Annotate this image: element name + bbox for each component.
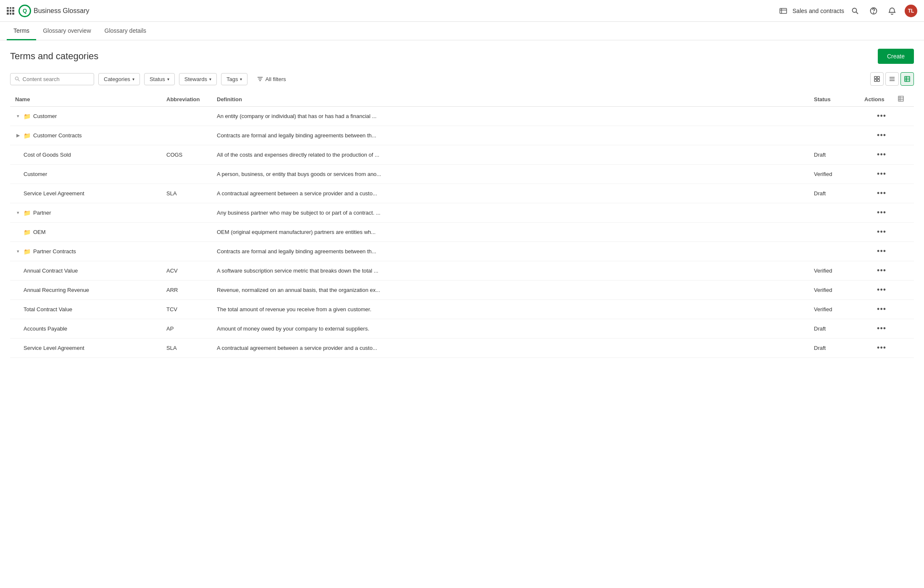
table-row: Service Level Agreement SLA A contractua… (10, 184, 914, 203)
search-box[interactable] (10, 73, 94, 85)
definition-cell: The total amount of revenue you receive … (212, 300, 809, 319)
tab-terms[interactable]: Terms (7, 22, 36, 40)
more-actions-button[interactable]: ••• (875, 323, 888, 334)
status-cell: Verified (809, 261, 859, 281)
apps-menu-icon[interactable] (7, 7, 14, 15)
name-cell: Annual Contract Value (15, 268, 156, 274)
view-toggles (870, 72, 914, 86)
filter-icon (257, 76, 263, 82)
more-actions-button[interactable]: ••• (875, 111, 888, 121)
table-row: ▾ 📁 Customer An entity (company or indiv… (10, 107, 914, 126)
status-cell (809, 223, 859, 242)
table-row: ▾ 📁 Partner Contracts Contracts are form… (10, 242, 914, 261)
definition-cell: A person, business, or entity that buys … (212, 165, 809, 184)
definition-cell: Amount of money owed by your company to … (212, 319, 809, 339)
svg-point-3 (853, 8, 857, 12)
filter-bar: Categories Status Stewards Tags All filt… (10, 72, 914, 86)
table-view-button[interactable] (900, 72, 914, 86)
definition-cell: A software subscription service metric t… (212, 261, 809, 281)
name-cell: Service Level Agreement (15, 345, 156, 351)
status-cell: Draft (809, 319, 859, 339)
app-title: Business Glossary (34, 7, 90, 15)
definition-cell: Any business partner who may be subject … (212, 203, 809, 223)
status-filter[interactable]: Status (144, 73, 175, 85)
more-actions-button[interactable]: ••• (875, 207, 888, 218)
table-row: Total Contract Value TCV The total amoun… (10, 300, 914, 319)
table-row: Annual Contract Value ACV A software sub… (10, 261, 914, 281)
col-header-actions: Actions (859, 92, 893, 107)
chevron-right-icon[interactable]: ▶ (15, 133, 21, 138)
more-actions-button[interactable]: ••• (875, 130, 888, 141)
col-header-name: Name (10, 92, 161, 107)
actions-cell: ••• (859, 203, 893, 223)
definition-cell: An entity (company or individual) that h… (212, 107, 809, 126)
actions-cell: ••• (859, 319, 893, 339)
more-actions-button[interactable]: ••• (875, 150, 888, 160)
grid-view-button[interactable] (870, 72, 884, 86)
search-icon (15, 76, 20, 82)
create-button[interactable]: Create (878, 49, 914, 64)
qlik-circle: Q (18, 5, 31, 17)
top-bar-left: Q Business Glossary (7, 5, 772, 17)
notifications-button[interactable] (886, 5, 898, 17)
stewards-filter[interactable]: Stewards (179, 73, 217, 85)
abbreviation-cell: COGS (161, 145, 212, 165)
more-actions-button[interactable]: ••• (875, 265, 888, 276)
page-title: Terms and categories (10, 51, 98, 62)
svg-rect-0 (780, 8, 787, 13)
status-cell: Verified (809, 300, 859, 319)
chevron-down-icon[interactable]: ▾ (15, 249, 21, 254)
more-actions-button[interactable]: ••• (875, 246, 888, 257)
svg-line-4 (856, 12, 858, 14)
list-view-button[interactable] (885, 72, 899, 86)
name-cell: ▾ 📁 Customer (15, 113, 156, 120)
tab-glossary-details[interactable]: Glossary details (98, 22, 153, 40)
table-row: Customer A person, business, or entity t… (10, 165, 914, 184)
more-actions-button[interactable]: ••• (875, 343, 888, 353)
user-avatar[interactable]: TL (905, 5, 917, 17)
more-actions-button[interactable]: ••• (875, 304, 888, 315)
svg-rect-15 (877, 79, 879, 81)
tags-filter[interactable]: Tags (221, 73, 247, 85)
help-button[interactable] (868, 5, 879, 17)
actions-cell: ••• (859, 223, 893, 242)
categories-filter[interactable]: Categories (98, 73, 140, 85)
name-cell: ▾ 📁 Partner Contracts (15, 248, 156, 255)
folder-icon: 📁 (24, 210, 31, 216)
context-area: Sales and contracts (777, 6, 844, 16)
more-actions-button[interactable]: ••• (875, 285, 888, 295)
table-row: Cost of Goods Sold COGS All of the costs… (10, 145, 914, 165)
more-actions-button[interactable]: ••• (875, 169, 888, 179)
abbreviation-cell (161, 165, 212, 184)
name-cell: Annual Recurring Revenue (15, 287, 156, 293)
more-actions-button[interactable]: ••• (875, 188, 888, 199)
table-row: ▾ 📁 Partner Any business partner who may… (10, 203, 914, 223)
col-header-status: Status (809, 92, 859, 107)
table-header-row: Name Abbreviation Definition Status Acti… (10, 92, 914, 107)
top-bar: Q Business Glossary Sales and contracts (0, 0, 924, 22)
actions-cell: ••• (859, 165, 893, 184)
table-row: Annual Recurring Revenue ARR Revenue, no… (10, 281, 914, 300)
context-label: Sales and contracts (792, 8, 844, 14)
all-filters-button[interactable]: All filters (252, 73, 291, 85)
folder-icon: 📁 (24, 248, 31, 255)
actions-cell: ••• (859, 281, 893, 300)
definition-cell: Contracts are formal and legally binding… (212, 126, 809, 145)
name-cell: ▾ 📁 Partner (15, 210, 156, 216)
abbreviation-cell (161, 203, 212, 223)
abbreviation-cell (161, 242, 212, 261)
status-cell (809, 107, 859, 126)
context-icon (777, 6, 789, 16)
search-button[interactable] (849, 5, 861, 17)
actions-cell: ••• (859, 184, 893, 203)
col-header-definition: Definition (212, 92, 809, 107)
search-input[interactable] (23, 76, 90, 82)
status-cell: Draft (809, 145, 859, 165)
tab-glossary-overview[interactable]: Glossary overview (36, 22, 97, 40)
more-actions-button[interactable]: ••• (875, 227, 888, 237)
svg-rect-12 (874, 76, 877, 79)
chevron-down-icon[interactable]: ▾ (15, 113, 21, 119)
svg-rect-13 (877, 76, 879, 79)
chevron-down-icon[interactable]: ▾ (15, 210, 21, 215)
definition-cell: A contractual agreement between a servic… (212, 184, 809, 203)
